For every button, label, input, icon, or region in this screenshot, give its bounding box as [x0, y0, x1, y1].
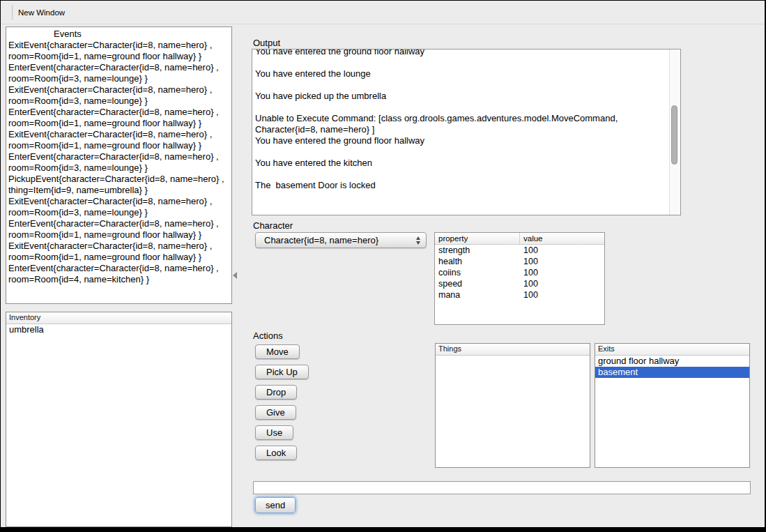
event-list-item[interactable]: ExitEvent{character=Character{id=8, name…: [8, 196, 230, 218]
table-cell: 100: [520, 289, 604, 301]
actions-label: Actions: [253, 330, 283, 341]
application-window: New Window Events ExitEvent{character=Ch…: [1, 1, 765, 527]
table-cell: coiins: [435, 267, 520, 278]
things-panel: Things: [435, 343, 590, 468]
inventory-list[interactable]: umbrella: [6, 324, 231, 335]
table-header-row: property value: [435, 233, 604, 245]
event-list-item[interactable]: ExitEvent{character=Character{id=8, name…: [8, 241, 230, 263]
output-text: You have entered the ground floor hallwa…: [255, 49, 666, 191]
table-cell: 100: [520, 278, 604, 289]
event-list-item[interactable]: EnterEvent{character=Character{id=8, nam…: [8, 62, 230, 84]
table-header-value[interactable]: value: [520, 234, 604, 243]
exits-header: Exits: [595, 344, 749, 356]
exit-item[interactable]: basement: [595, 367, 749, 378]
table-row[interactable]: speed100: [435, 278, 604, 289]
actions-button-group: MovePick UpDropGiveUseLook: [255, 344, 309, 460]
combo-stepper-icon: [413, 236, 424, 245]
event-list-item[interactable]: EnterEvent{character=Character{id=8, nam…: [8, 218, 230, 241]
splitter-collapse-icon[interactable]: [233, 272, 237, 279]
output-area[interactable]: You have entered the ground floor hallwa…: [252, 49, 681, 215]
event-list-item[interactable]: EnterEvent{character=Character{id=8, nam…: [8, 263, 230, 285]
command-input[interactable]: [253, 481, 751, 494]
inventory-header: Inventory: [6, 312, 231, 324]
event-list-item[interactable]: EnterEvent{character=Character{id=8, nam…: [8, 151, 230, 174]
events-list[interactable]: ExitEvent{character=Character{id=8, name…: [6, 40, 231, 285]
output-label: Output: [253, 38, 280, 48]
table-cell: 100: [520, 245, 604, 256]
action-button-use[interactable]: Use: [255, 425, 293, 440]
character-select[interactable]: Character{id=8, name=hero}: [255, 232, 427, 248]
table-header-property[interactable]: property: [435, 233, 520, 244]
inventory-panel: Inventory umbrella: [6, 312, 232, 527]
event-list-item[interactable]: ExitEvent{character=Character{id=8, name…: [8, 40, 230, 62]
action-button-move[interactable]: Move: [255, 344, 300, 359]
event-list-item[interactable]: PickupEvent{character=Character{id=8, na…: [8, 174, 230, 196]
character-label: Character: [253, 220, 293, 231]
events-panel: Events ExitEvent{character=Character{id=…: [6, 26, 232, 304]
output-scrollbar-thumb[interactable]: [671, 105, 677, 165]
action-button-give[interactable]: Give: [255, 405, 296, 420]
things-header: Things: [436, 344, 590, 356]
action-button-look[interactable]: Look: [255, 446, 297, 460]
event-list-item[interactable]: EnterEvent{character=Character{id=8, nam…: [8, 107, 230, 129]
table-row[interactable]: strength100: [435, 245, 604, 256]
new-window-button[interactable]: New Window: [18, 8, 65, 17]
table-body: strength100health100coiins100speed100man…: [435, 245, 604, 301]
toolbar-handle: [12, 5, 13, 20]
output-scrollbar[interactable]: [669, 50, 680, 215]
events-panel-title: Events: [6, 27, 231, 40]
table-cell: 100: [520, 267, 604, 278]
event-list-item[interactable]: ExitEvent{character=Character{id=8, name…: [8, 129, 230, 151]
event-list-item[interactable]: ExitEvent{character=Character{id=8, name…: [8, 84, 230, 107]
exits-list[interactable]: ground floor hallwaybasement: [595, 356, 749, 378]
table-row[interactable]: coiins100: [435, 267, 604, 278]
character-property-table: property value strength100health100coiin…: [434, 232, 605, 325]
table-cell: speed: [435, 278, 520, 289]
action-button-pick-up[interactable]: Pick Up: [255, 365, 309, 379]
inventory-item[interactable]: umbrella: [6, 324, 231, 335]
send-button[interactable]: send: [255, 497, 296, 513]
table-row[interactable]: health100: [435, 256, 604, 267]
exits-panel: Exits ground floor hallwaybasement: [595, 343, 750, 468]
exit-item[interactable]: ground floor hallway: [595, 356, 749, 367]
table-cell: strength: [435, 245, 520, 256]
table-row[interactable]: mana100: [435, 289, 604, 301]
action-button-drop[interactable]: Drop: [255, 385, 297, 400]
toolbar: New Window: [1, 1, 765, 24]
character-select-value: Character{id=8, name=hero}: [256, 235, 413, 245]
table-cell: mana: [435, 289, 520, 301]
table-cell: health: [435, 256, 520, 267]
table-cell: 100: [520, 256, 604, 267]
